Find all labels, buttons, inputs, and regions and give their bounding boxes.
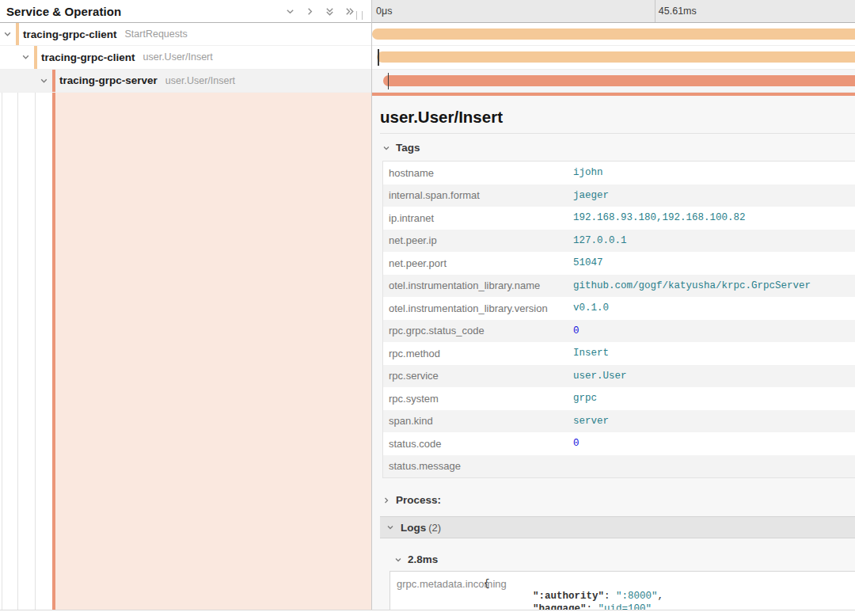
span-duration-bar[interactable] xyxy=(383,75,855,86)
log-marker-tick[interactable] xyxy=(388,73,390,89)
tag-value: 192.168.93.180,192.168.100.82 xyxy=(573,212,855,223)
tag-value: 0 xyxy=(573,438,855,449)
json-open-brace: { xyxy=(484,578,490,589)
span-duration-bar[interactable] xyxy=(377,51,855,63)
tag-key: otel.instrumentation_library.version xyxy=(383,302,573,314)
service-name: tracing-grpc-client xyxy=(41,51,135,63)
tag-key: ip.intranet xyxy=(383,212,573,224)
log-fields-box: grpc.metadata.incoming { ":authority": "… xyxy=(390,571,855,610)
tag-row: rpc.grpc.status_code 0 xyxy=(383,320,855,343)
service-operation-column: Service & Operation xyxy=(0,0,372,610)
tags-section-header[interactable]: Tags xyxy=(382,142,420,154)
timeline-column: 0μs45.61ms user.User/Insert Tags xyxy=(372,0,855,610)
tag-row: span.kind server xyxy=(383,410,855,433)
tag-key: rpc.method xyxy=(383,348,573,359)
chevron-right-icon xyxy=(382,496,390,504)
service-name: tracing-grpc-client xyxy=(23,29,117,40)
tag-value: 127.0.0.1 xyxy=(573,235,855,246)
ruler-gridline xyxy=(655,0,656,22)
indent-guide xyxy=(2,93,2,610)
tag-value: user.User xyxy=(573,371,855,382)
ruler-tick-label: 0μs xyxy=(376,6,392,17)
tags-table: hostname ijohn internal.span.format jaeg… xyxy=(382,161,855,478)
chevron-down-icon[interactable] xyxy=(3,30,12,39)
tag-key: status.message xyxy=(383,460,573,472)
tag-key: net.peer.ip xyxy=(383,234,573,246)
tag-value: Insert xyxy=(573,348,855,359)
json-key: "baggage" xyxy=(533,603,587,610)
span-color-bar xyxy=(34,46,38,68)
double-chevron-down-icon[interactable] xyxy=(324,6,335,17)
double-chevron-right-icon[interactable] xyxy=(344,6,355,17)
span-timeline-row[interactable] xyxy=(372,46,855,69)
log-timestamp: 2.8ms xyxy=(408,553,438,565)
service-name: tracing-grpc-server xyxy=(59,74,158,86)
log-marker-tick[interactable] xyxy=(378,49,379,66)
tag-value: github.com/gogf/katyusha/krpc.GrpcServer xyxy=(573,280,855,291)
tag-row: otel.instrumentation_library.version v0.… xyxy=(383,297,855,320)
tag-row: net.peer.ip 127.0.0.1 xyxy=(383,230,855,253)
tag-row: hostname ijohn xyxy=(383,162,855,184)
logs-count: (2) xyxy=(428,522,441,534)
chevron-down-icon xyxy=(382,144,390,152)
json-line: "baggage": "uid=100", xyxy=(533,603,658,610)
operation-name: StartRequests xyxy=(125,29,188,40)
log-field-key[interactable]: grpc.metadata.incoming xyxy=(397,578,507,590)
service-operation-title: Service & Operation xyxy=(6,5,121,18)
tag-row: net.peer.port 51047 xyxy=(383,252,855,275)
json-value: "uid=100" xyxy=(598,603,652,610)
process-section-header[interactable]: Process: xyxy=(382,494,441,506)
tag-key: status.code xyxy=(383,438,573,450)
span-name-row[interactable]: tracing-grpc-server user.User/Insert xyxy=(0,70,372,93)
span-color-bar xyxy=(16,23,20,45)
tag-key: span.kind xyxy=(383,415,573,427)
span-color-bar xyxy=(52,70,56,92)
log-entry-header[interactable]: 2.8ms xyxy=(394,553,438,565)
ruler-tick-label: 45.61ms xyxy=(659,6,697,17)
tags-section-label: Tags xyxy=(396,142,420,154)
span-name-row[interactable]: tracing-grpc-client StartRequests xyxy=(0,23,372,46)
span-detail-title: user.User/Insert xyxy=(380,108,503,127)
timeline-ruler: 0μs45.61ms xyxy=(372,0,855,23)
chevron-down-icon[interactable] xyxy=(284,6,295,17)
tag-value: 0 xyxy=(573,325,855,337)
span-timeline-row[interactable] xyxy=(372,23,855,46)
span-duration-bar[interactable] xyxy=(372,29,855,40)
span-bars-list xyxy=(372,23,855,93)
json-value: ":8000" xyxy=(616,591,658,602)
logs-section-header[interactable]: Logs (2) xyxy=(380,516,855,538)
expanded-span-left-area xyxy=(0,93,372,610)
tag-row: status.message xyxy=(383,455,855,478)
span-name-row[interactable]: tracing-grpc-client user.User/Insert xyxy=(0,46,372,69)
trace-container: Service & Operation xyxy=(0,0,855,610)
logs-section-label: Logs xyxy=(401,522,426,534)
json-line: ":authority": ":8000", xyxy=(533,591,663,602)
tag-key: net.peer.port xyxy=(383,257,573,269)
expanded-row-highlight xyxy=(55,93,372,610)
process-section-label: Process: xyxy=(396,494,441,506)
tag-value: ijohn xyxy=(573,167,855,178)
service-operation-header: Service & Operation xyxy=(0,0,372,23)
tag-row: rpc.method Insert xyxy=(383,342,855,365)
detail-divider xyxy=(380,133,855,134)
operation-name: user.User/Insert xyxy=(143,51,213,63)
indent-guide xyxy=(35,93,36,610)
tag-key: hostname xyxy=(383,167,573,179)
chevron-down-icon[interactable] xyxy=(21,53,30,62)
timeline-collapse-toolbar xyxy=(284,6,355,17)
tag-row: rpc.service user.User xyxy=(383,365,855,388)
tag-value: grpc xyxy=(573,393,855,404)
tag-key: otel.instrumentation_library.name xyxy=(383,279,573,291)
tag-value: v0.1.0 xyxy=(573,302,855,314)
chevron-right-icon[interactable] xyxy=(304,6,315,17)
tag-key: rpc.service xyxy=(383,370,573,382)
tag-row: otel.instrumentation_library.name github… xyxy=(383,275,855,298)
tag-row: rpc.system grpc xyxy=(383,387,855,410)
chevron-down-icon[interactable] xyxy=(40,76,48,85)
span-timeline-row[interactable] xyxy=(372,70,855,93)
column-resizer-grip[interactable] xyxy=(356,11,363,20)
tag-key: rpc.grpc.status_code xyxy=(383,325,573,337)
tag-key: rpc.system xyxy=(383,393,573,405)
tag-value: server xyxy=(573,416,855,427)
chevron-down-icon xyxy=(386,523,394,531)
